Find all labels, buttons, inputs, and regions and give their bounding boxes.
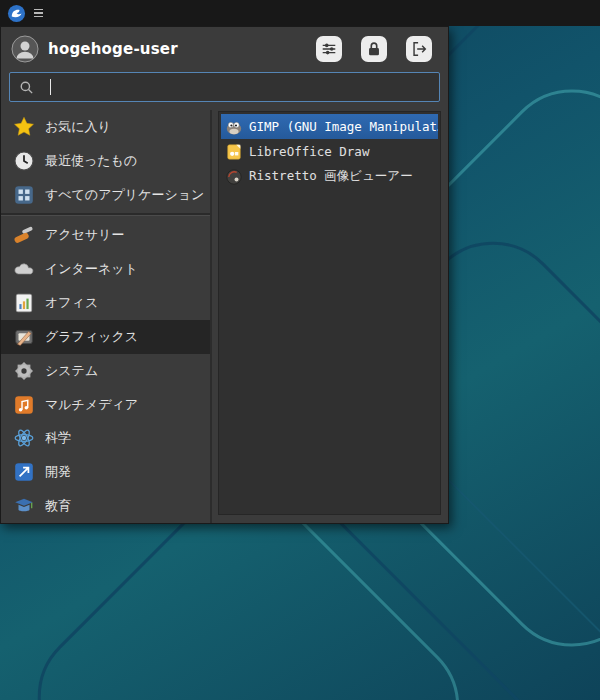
multimedia-icon: [13, 394, 35, 416]
application-list: GIMP (GNU Image Manipulat… LibreOffice D…: [218, 111, 441, 515]
sidebar-item-internet[interactable]: インターネット: [1, 252, 210, 286]
menu-body: お気に入り 最近使ったもの すべてのアプリケーション アクセサリー: [1, 108, 448, 523]
sidebar-item-label: システム: [45, 362, 98, 380]
menu-header: hogehoge-user: [1, 27, 448, 68]
sidebar-item-all-applications[interactable]: すべてのアプリケーション: [1, 178, 210, 212]
sidebar-item-accessories[interactable]: アクセサリー: [1, 218, 210, 252]
ristretto-icon: [225, 168, 243, 186]
category-sidebar: お気に入り 最近使ったもの すべてのアプリケーション アクセサリー: [1, 110, 210, 523]
libreoffice-draw-icon: [225, 143, 243, 161]
sidebar-item-system[interactable]: システム: [1, 354, 210, 388]
clock-icon: [13, 150, 35, 172]
sidebar-item-label: インターネット: [45, 260, 138, 278]
search-icon: [19, 80, 34, 95]
sidebar-separator: [1, 213, 210, 216]
sidebar-item-label: アクセサリー: [45, 226, 125, 244]
sidebar-item-label: マルチメディア: [45, 396, 138, 414]
user-avatar: [11, 35, 39, 63]
app-item-ristretto[interactable]: Ristretto 画像ビューアー: [221, 164, 438, 189]
app-item-label: Ristretto 画像ビューアー: [249, 168, 413, 185]
sidebar-item-science[interactable]: 科学: [1, 421, 210, 455]
app-item-label: LibreOffice Draw: [249, 144, 369, 159]
app-item-label: GIMP (GNU Image Manipulat…: [249, 119, 438, 134]
sidebar-item-label: 教育: [45, 497, 71, 515]
hamburger-icon[interactable]: [34, 9, 43, 18]
app-item-gimp[interactable]: GIMP (GNU Image Manipulat…: [221, 114, 438, 139]
sidebar-item-label: 開発: [45, 463, 71, 481]
sidebar-item-label: 最近使ったもの: [45, 152, 137, 170]
sidebar-item-label: すべてのアプリケーション: [45, 186, 204, 204]
text-caret: [50, 79, 51, 95]
development-icon: [13, 461, 35, 483]
sidebar-item-label: 科学: [45, 429, 71, 447]
apps-grid-icon: [13, 184, 35, 206]
internet-cloud-icon: [13, 258, 35, 280]
logout-icon: [410, 40, 428, 58]
app-item-libreoffice-draw[interactable]: LibreOffice Draw: [221, 139, 438, 164]
sidebar-item-recent[interactable]: 最近使ったもの: [1, 144, 210, 178]
sidebar-item-education[interactable]: 教育: [1, 489, 210, 523]
sidebar-item-multimedia[interactable]: マルチメディア: [1, 388, 210, 422]
accessories-icon: [13, 224, 35, 246]
graphics-icon: [13, 326, 35, 348]
logout-button[interactable]: [406, 36, 432, 62]
sidebar-item-label: オフィス: [45, 294, 98, 312]
top-panel: [0, 0, 600, 26]
username: hogehoge-user: [48, 40, 307, 58]
lock-icon: [365, 40, 383, 58]
whisker-menu: hogehoge-user: [0, 26, 449, 524]
system-gear-icon: [13, 360, 35, 382]
header-actions: [316, 36, 436, 62]
whisker-menu-button[interactable]: [5, 2, 27, 24]
sidebar-item-graphics[interactable]: グラフィックス: [1, 320, 210, 354]
sidebar-item-development[interactable]: 開発: [1, 455, 210, 489]
gimp-icon: [225, 118, 243, 136]
lock-screen-button[interactable]: [361, 36, 387, 62]
office-icon: [13, 292, 35, 314]
settings-icon: [320, 40, 338, 58]
sidebar-item-label: お気に入り: [45, 118, 111, 136]
sidebar-item-favorites[interactable]: お気に入り: [1, 110, 210, 144]
education-icon: [13, 495, 35, 517]
settings-button[interactable]: [316, 36, 342, 62]
vertical-separator: [210, 110, 212, 523]
xubuntu-logo-icon: [7, 4, 26, 23]
science-icon: [13, 427, 35, 449]
search-input[interactable]: [9, 72, 440, 102]
sidebar-item-office[interactable]: オフィス: [1, 286, 210, 320]
star-icon: [13, 116, 35, 138]
sidebar-item-label: グラフィックス: [45, 328, 138, 346]
